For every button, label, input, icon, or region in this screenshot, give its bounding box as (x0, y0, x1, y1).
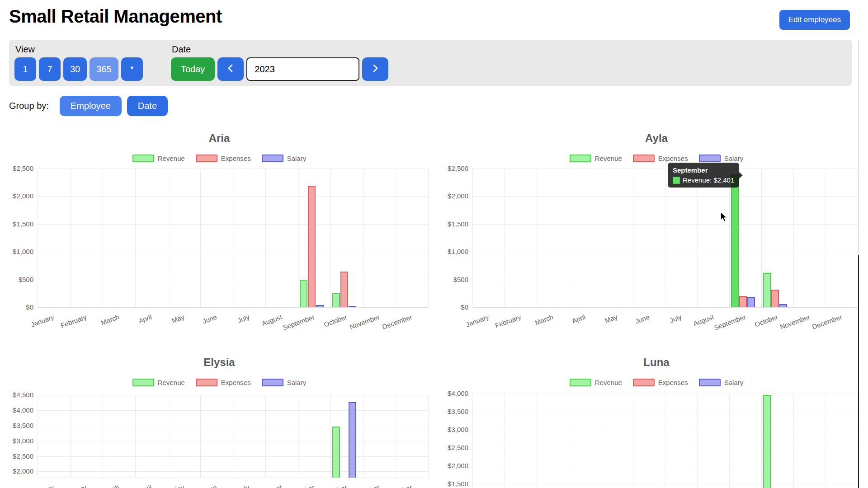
legend-label: Expenses (658, 155, 688, 162)
legend-item-revenue[interactable]: Revenue (132, 379, 185, 386)
legend-item-salary[interactable]: Salary (699, 379, 744, 386)
revenue-bar[interactable] (332, 427, 340, 478)
salary-bar[interactable] (349, 402, 356, 478)
view-7-button[interactable]: 7 (39, 57, 61, 81)
salary-bar[interactable] (747, 297, 755, 307)
chart-legend: RevenueExpensesSalary (9, 155, 429, 162)
revenue-bar[interactable] (332, 293, 340, 307)
tooltip-revenue-swatch-icon (673, 177, 680, 184)
y-axis-tick-label: $2,000 (446, 462, 468, 469)
legend-item-revenue[interactable]: Revenue (570, 155, 622, 162)
gridline (265, 169, 266, 307)
view-1-button[interactable]: 1 (14, 57, 36, 81)
x-axis-month-label: May (170, 483, 185, 488)
y-axis-tick-label: $1,000 (446, 248, 468, 255)
chevron-left-icon (226, 64, 235, 75)
expenses-bar[interactable] (340, 272, 348, 307)
legend-item-expenses[interactable]: Expenses (196, 155, 251, 162)
expenses-bar[interactable] (739, 296, 747, 307)
tooltip-caret (739, 172, 743, 178)
scrollbar-thumb[interactable] (858, 255, 859, 488)
x-axis-month-label: September (282, 313, 316, 332)
gridline (472, 196, 858, 197)
gridline (363, 395, 363, 478)
gridline (135, 395, 136, 478)
x-axis-month-label: July (669, 313, 683, 324)
y-axis-tick-label: $500 (446, 276, 468, 283)
x-axis-month-label: January (30, 483, 55, 488)
x-axis-month-label: July (236, 313, 250, 324)
legend-item-expenses[interactable]: Expenses (633, 155, 688, 162)
edit-employees-button[interactable]: Edit employees (779, 10, 850, 30)
x-axis-month-label: April (571, 313, 586, 325)
next-year-button[interactable] (362, 57, 388, 81)
prev-year-button[interactable] (217, 57, 244, 81)
chart-elysia: ElysiaRevenueExpensesSalary$4,500$4,000$… (9, 354, 429, 488)
x-axis-line (38, 478, 428, 478)
gridline (472, 169, 473, 307)
y-axis-tick-label: $4,000 (446, 389, 468, 397)
legend-label: Revenue (158, 379, 185, 386)
view-all-button[interactable]: * (121, 57, 143, 81)
legend-item-revenue[interactable]: Revenue (570, 379, 622, 386)
group-by-employee-button[interactable]: Employee (60, 96, 122, 116)
chart-title: Aria (9, 132, 429, 145)
scrollbar-track[interactable] (858, 41, 859, 255)
gridline (70, 395, 71, 478)
gridline (38, 456, 428, 457)
x-axis-month-label: January (464, 313, 490, 328)
header: Small Retail Management Edit employees (9, 6, 859, 34)
gridline (38, 280, 428, 280)
salary-bar[interactable] (779, 304, 787, 307)
legend-item-expenses[interactable]: Expenses (196, 379, 251, 386)
legend-label: Revenue (158, 155, 185, 162)
group-by-date-button[interactable]: Date (127, 96, 168, 116)
legend-item-salary[interactable]: Salary (262, 379, 307, 386)
x-axis-line (472, 307, 858, 308)
revenue-bar[interactable] (763, 395, 771, 488)
legend-item-revenue[interactable]: Revenue (132, 155, 185, 162)
expenses-swatch-icon (633, 379, 655, 386)
page-title: Small Retail Management (9, 6, 859, 27)
group-by-row: Group by: Employee Date (9, 96, 168, 116)
x-axis-month-label: March (100, 483, 120, 488)
today-button[interactable]: Today (171, 57, 215, 81)
gridline (472, 224, 858, 225)
revenue-bar[interactable] (300, 280, 307, 307)
gridline (233, 395, 233, 478)
x-axis-month-label: October (753, 313, 778, 328)
gridline (472, 430, 858, 430)
salary-bar[interactable] (316, 305, 324, 307)
x-axis-month-label: June (202, 313, 218, 325)
year-input[interactable] (246, 57, 359, 81)
gridline (665, 169, 665, 307)
legend-item-salary[interactable]: Salary (699, 155, 744, 162)
y-axis-tick-label: $2,000 (9, 192, 33, 200)
date-group: Date Today (171, 44, 388, 81)
gridline (38, 395, 428, 395)
chevron-right-icon (371, 64, 379, 75)
revenue-bar[interactable] (763, 273, 771, 307)
y-axis-tick-label: $2,500 (9, 452, 33, 460)
gridline (428, 395, 429, 478)
gridline (505, 394, 505, 488)
gridline (38, 196, 428, 197)
gridline (265, 395, 266, 478)
group-by-label: Group by: (9, 101, 49, 111)
gridline (633, 394, 633, 488)
gridline (729, 169, 730, 307)
view-30-button[interactable]: 30 (63, 57, 87, 81)
expenses-bar[interactable] (308, 186, 316, 307)
legend-item-expenses[interactable]: Expenses (633, 379, 688, 386)
legend-item-salary[interactable]: Salary (262, 155, 307, 162)
expenses-bar[interactable] (771, 290, 779, 307)
x-axis-month-label: December (811, 313, 843, 331)
chart-luna: LunaRevenueExpensesSalary$4,000$3,500$3,… (446, 354, 867, 488)
chart-aria: AriaRevenueExpensesSalary$2,500$2,000$1,… (9, 130, 429, 343)
chart-legend: RevenueExpensesSalary (446, 155, 867, 162)
revenue-bar[interactable] (731, 174, 739, 307)
salary-bar[interactable] (349, 306, 356, 307)
gridline (601, 169, 601, 307)
gridline (472, 484, 858, 484)
view-365-button[interactable]: 365 (90, 57, 118, 81)
